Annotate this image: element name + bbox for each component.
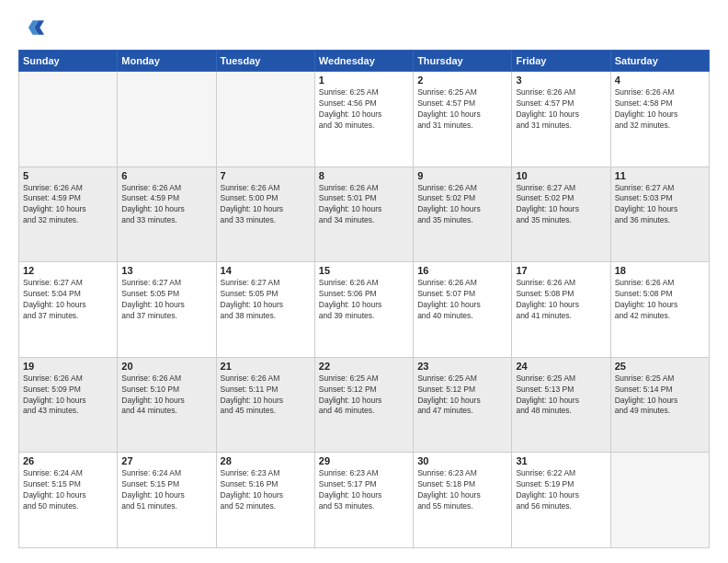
day-info: Sunrise: 6:27 AMSunset: 5:05 PMDaylight:… bbox=[221, 278, 311, 322]
day-number: 4 bbox=[615, 75, 705, 86]
calendar-cell: 25Sunrise: 6:25 AMSunset: 5:14 PMDayligh… bbox=[610, 357, 709, 453]
day-info: Sunrise: 6:26 AMSunset: 5:07 PMDaylight:… bbox=[417, 278, 507, 322]
calendar-cell: 22Sunrise: 6:25 AMSunset: 5:12 PMDayligh… bbox=[314, 357, 413, 453]
calendar-cell bbox=[19, 72, 118, 167]
calendar-cell bbox=[216, 72, 314, 167]
calendar-cell: 15Sunrise: 6:26 AMSunset: 5:06 PMDayligh… bbox=[314, 262, 413, 358]
day-info: Sunrise: 6:26 AMSunset: 4:58 PMDaylight:… bbox=[615, 87, 705, 132]
day-info: Sunrise: 6:23 AMSunset: 5:17 PMDaylight:… bbox=[319, 468, 409, 512]
calendar-week-row: 1Sunrise: 6:25 AMSunset: 4:56 PMDaylight… bbox=[19, 72, 710, 167]
calendar-cell: 24Sunrise: 6:25 AMSunset: 5:13 PMDayligh… bbox=[512, 357, 610, 453]
calendar-cell: 28Sunrise: 6:23 AMSunset: 5:16 PMDayligh… bbox=[216, 453, 314, 548]
calendar-cell: 8Sunrise: 6:26 AMSunset: 5:01 PMDaylight… bbox=[314, 167, 413, 262]
day-info: Sunrise: 6:27 AMSunset: 5:03 PMDaylight:… bbox=[615, 183, 705, 227]
weekday-header-tuesday: Tuesday bbox=[216, 51, 314, 72]
weekday-header-monday: Monday bbox=[118, 51, 216, 72]
calendar-cell: 12Sunrise: 6:27 AMSunset: 5:04 PMDayligh… bbox=[19, 262, 118, 358]
day-info: Sunrise: 6:26 AMSunset: 5:01 PMDaylight:… bbox=[319, 183, 409, 227]
day-info: Sunrise: 6:26 AMSunset: 4:59 PMDaylight:… bbox=[23, 183, 113, 227]
day-number: 22 bbox=[319, 361, 409, 372]
calendar-cell: 20Sunrise: 6:26 AMSunset: 5:10 PMDayligh… bbox=[118, 357, 216, 453]
day-info: Sunrise: 6:26 AMSunset: 5:10 PMDaylight:… bbox=[121, 373, 211, 418]
day-number: 3 bbox=[516, 75, 606, 86]
calendar-cell: 7Sunrise: 6:26 AMSunset: 5:00 PMDaylight… bbox=[216, 167, 314, 262]
calendar-cell: 9Sunrise: 6:26 AMSunset: 5:02 PMDaylight… bbox=[414, 167, 512, 262]
weekday-header-row: SundayMondayTuesdayWednesdayThursdayFrid… bbox=[19, 51, 710, 72]
day-number: 14 bbox=[221, 265, 311, 276]
day-number: 19 bbox=[23, 361, 113, 372]
day-number: 23 bbox=[417, 361, 507, 372]
day-number: 15 bbox=[319, 265, 409, 276]
day-number: 1 bbox=[319, 75, 409, 86]
day-info: Sunrise: 6:26 AMSunset: 5:02 PMDaylight:… bbox=[417, 183, 507, 227]
day-number: 31 bbox=[516, 455, 606, 466]
weekday-header-friday: Friday bbox=[512, 51, 610, 72]
calendar-cell: 21Sunrise: 6:26 AMSunset: 5:11 PMDayligh… bbox=[216, 357, 314, 453]
day-info: Sunrise: 6:26 AMSunset: 5:06 PMDaylight:… bbox=[319, 278, 409, 322]
day-number: 30 bbox=[417, 455, 507, 466]
logo-icon bbox=[18, 15, 44, 40]
day-info: Sunrise: 6:25 AMSunset: 5:14 PMDaylight:… bbox=[615, 373, 705, 418]
calendar-cell: 18Sunrise: 6:26 AMSunset: 5:08 PMDayligh… bbox=[610, 262, 709, 358]
day-info: Sunrise: 6:27 AMSunset: 5:04 PMDaylight:… bbox=[23, 278, 113, 322]
day-info: Sunrise: 6:26 AMSunset: 5:11 PMDaylight:… bbox=[221, 373, 311, 418]
day-info: Sunrise: 6:26 AMSunset: 4:57 PMDaylight:… bbox=[516, 87, 606, 132]
calendar-cell bbox=[610, 453, 709, 548]
day-number: 6 bbox=[121, 170, 211, 181]
day-number: 24 bbox=[516, 361, 606, 372]
day-number: 20 bbox=[121, 361, 211, 372]
calendar-cell: 11Sunrise: 6:27 AMSunset: 5:03 PMDayligh… bbox=[610, 167, 709, 262]
day-info: Sunrise: 6:22 AMSunset: 5:19 PMDaylight:… bbox=[516, 468, 606, 512]
day-number: 16 bbox=[417, 265, 507, 276]
day-info: Sunrise: 6:26 AMSunset: 4:59 PMDaylight:… bbox=[121, 183, 211, 227]
weekday-header-wednesday: Wednesday bbox=[314, 51, 413, 72]
day-number: 28 bbox=[221, 455, 311, 466]
calendar-cell: 29Sunrise: 6:23 AMSunset: 5:17 PMDayligh… bbox=[314, 453, 413, 548]
day-number: 21 bbox=[221, 361, 311, 372]
day-number: 2 bbox=[417, 75, 507, 86]
calendar-cell: 2Sunrise: 6:25 AMSunset: 4:57 PMDaylight… bbox=[414, 72, 512, 167]
calendar-cell: 19Sunrise: 6:26 AMSunset: 5:09 PMDayligh… bbox=[19, 357, 118, 453]
day-info: Sunrise: 6:24 AMSunset: 5:15 PMDaylight:… bbox=[121, 468, 211, 512]
calendar-cell: 23Sunrise: 6:25 AMSunset: 5:12 PMDayligh… bbox=[414, 357, 512, 453]
calendar-cell: 17Sunrise: 6:26 AMSunset: 5:08 PMDayligh… bbox=[512, 262, 610, 358]
calendar-cell: 4Sunrise: 6:26 AMSunset: 4:58 PMDaylight… bbox=[610, 72, 709, 167]
day-number: 25 bbox=[615, 361, 705, 372]
day-number: 12 bbox=[23, 265, 113, 276]
day-info: Sunrise: 6:26 AMSunset: 5:00 PMDaylight:… bbox=[221, 183, 311, 227]
calendar-cell: 1Sunrise: 6:25 AMSunset: 4:56 PMDaylight… bbox=[314, 72, 413, 167]
day-info: Sunrise: 6:26 AMSunset: 5:08 PMDaylight:… bbox=[516, 278, 606, 322]
day-info: Sunrise: 6:23 AMSunset: 5:16 PMDaylight:… bbox=[221, 468, 311, 512]
calendar-cell: 31Sunrise: 6:22 AMSunset: 5:19 PMDayligh… bbox=[512, 453, 610, 548]
day-number: 27 bbox=[121, 455, 211, 466]
weekday-header-sunday: Sunday bbox=[19, 51, 118, 72]
day-number: 11 bbox=[615, 170, 705, 181]
calendar-week-row: 19Sunrise: 6:26 AMSunset: 5:09 PMDayligh… bbox=[19, 357, 710, 453]
logo bbox=[18, 15, 48, 40]
calendar-cell: 3Sunrise: 6:26 AMSunset: 4:57 PMDaylight… bbox=[512, 72, 610, 167]
calendar-cell: 14Sunrise: 6:27 AMSunset: 5:05 PMDayligh… bbox=[216, 262, 314, 358]
calendar-week-row: 5Sunrise: 6:26 AMSunset: 4:59 PMDaylight… bbox=[19, 167, 710, 262]
day-info: Sunrise: 6:27 AMSunset: 5:05 PMDaylight:… bbox=[121, 278, 211, 322]
calendar-week-row: 26Sunrise: 6:24 AMSunset: 5:15 PMDayligh… bbox=[19, 453, 710, 548]
calendar-cell: 13Sunrise: 6:27 AMSunset: 5:05 PMDayligh… bbox=[118, 262, 216, 358]
header bbox=[18, 15, 710, 40]
day-number: 29 bbox=[319, 455, 409, 466]
day-info: Sunrise: 6:26 AMSunset: 5:09 PMDaylight:… bbox=[23, 373, 113, 418]
day-info: Sunrise: 6:23 AMSunset: 5:18 PMDaylight:… bbox=[417, 468, 507, 512]
day-info: Sunrise: 6:25 AMSunset: 5:13 PMDaylight:… bbox=[516, 373, 606, 418]
day-number: 7 bbox=[221, 170, 311, 181]
calendar-cell: 26Sunrise: 6:24 AMSunset: 5:15 PMDayligh… bbox=[19, 453, 118, 548]
page: SundayMondayTuesdayWednesdayThursdayFrid… bbox=[0, 0, 728, 563]
calendar-cell: 5Sunrise: 6:26 AMSunset: 4:59 PMDaylight… bbox=[19, 167, 118, 262]
day-number: 8 bbox=[319, 170, 409, 181]
day-number: 9 bbox=[417, 170, 507, 181]
calendar-cell: 6Sunrise: 6:26 AMSunset: 4:59 PMDaylight… bbox=[118, 167, 216, 262]
weekday-header-saturday: Saturday bbox=[610, 51, 709, 72]
calendar-cell bbox=[118, 72, 216, 167]
day-number: 18 bbox=[615, 265, 705, 276]
day-number: 13 bbox=[121, 265, 211, 276]
day-info: Sunrise: 6:25 AMSunset: 4:57 PMDaylight:… bbox=[417, 87, 507, 132]
day-info: Sunrise: 6:26 AMSunset: 5:08 PMDaylight:… bbox=[615, 278, 705, 322]
calendar-cell: 27Sunrise: 6:24 AMSunset: 5:15 PMDayligh… bbox=[118, 453, 216, 548]
